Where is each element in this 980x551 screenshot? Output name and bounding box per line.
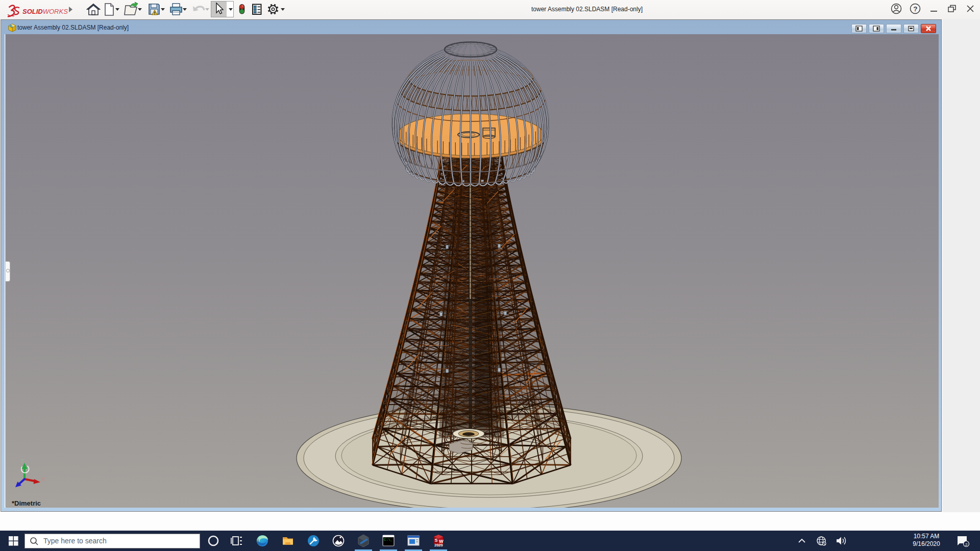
svg-text:C:\_: C:\_ xyxy=(384,538,393,542)
svg-text:2: 2 xyxy=(965,542,968,547)
svg-text:2020: 2020 xyxy=(434,543,443,547)
svg-text:?: ? xyxy=(913,5,917,13)
svg-text:SOLIDWORKS: SOLIDWORKS xyxy=(22,8,68,15)
svg-text:*Dimetric: *Dimetric xyxy=(12,499,41,507)
svg-text:x: x xyxy=(42,475,45,482)
svg-text:y: y xyxy=(21,457,24,463)
svg-text:S: S xyxy=(435,538,438,543)
